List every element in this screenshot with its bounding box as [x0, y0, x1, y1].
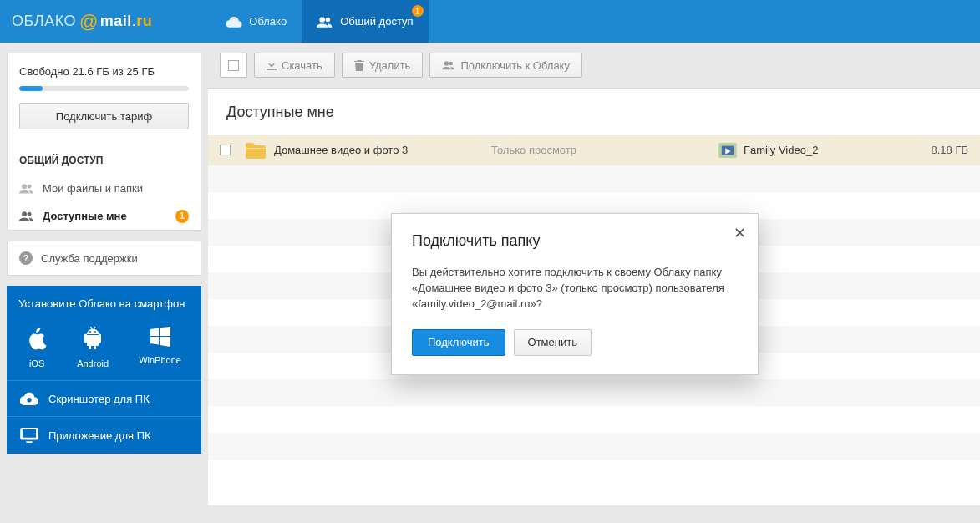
- storage-text: Свободно 21.6 ГБ из 25 ГБ: [19, 65, 189, 78]
- modal-connect-button[interactable]: Подключить: [412, 329, 505, 356]
- modal-title: Подключить папку: [412, 232, 738, 250]
- svg-point-9: [449, 62, 453, 65]
- trash-icon: [354, 60, 364, 71]
- modal-header: Подключить папку ✕: [392, 214, 758, 250]
- row-size: 8.18 ГБ: [932, 144, 968, 156]
- nav-cloud-label: Облако: [249, 15, 287, 28]
- logo-ru: ru: [136, 13, 152, 30]
- logo-oblako: ОБЛАКО: [12, 13, 76, 30]
- at-icon: @: [79, 11, 99, 33]
- modal-body: Вы действительно хотите подключить к сво…: [392, 250, 758, 329]
- modal-footer: Подключить Отменить: [392, 329, 758, 374]
- toolbar-delete-label: Удалить: [369, 59, 411, 72]
- header: ОБЛАКО @ mail.ru Облако Общий доступ 1: [0, 0, 980, 43]
- storage-panel: Свободно 21.6 ГБ из 25 ГБ Подключить тар…: [8, 53, 201, 143]
- people-icon: [317, 16, 333, 28]
- sidebar-my-files-label: Мои файлы и папки: [43, 182, 143, 195]
- svg-point-5: [28, 212, 32, 216]
- people-icon: [19, 211, 34, 221]
- windows-icon: [150, 327, 170, 347]
- people-icon: [442, 60, 455, 70]
- svg-point-1: [326, 17, 331, 22]
- storage-fill: [19, 86, 43, 91]
- promo-title: Установите Облако на смартфон: [7, 286, 201, 322]
- question-icon: ?: [19, 251, 33, 265]
- nav-shared-label: Общий доступ: [340, 15, 413, 28]
- modal-close-button[interactable]: ✕: [734, 224, 746, 242]
- platform-android[interactable]: Android: [77, 327, 109, 368]
- connect-folder-modal: Подключить папку ✕ Вы действительно хоти…: [391, 213, 759, 375]
- promo-screenshoter[interactable]: Скриншотер для ПК: [7, 380, 201, 416]
- svg-point-8: [444, 61, 449, 65]
- svg-text:?: ?: [23, 253, 29, 263]
- row-checkbox[interactable]: [220, 145, 231, 155]
- toolbar-connect-label: Подключить к Облаку: [460, 59, 570, 72]
- toolbar-connect-button[interactable]: Подключить к Облаку: [429, 53, 582, 78]
- row-folder-name2: Family Video_2: [744, 144, 932, 156]
- toolbar-delete-button[interactable]: Удалить: [342, 53, 424, 78]
- storage-bar: [19, 86, 189, 91]
- svg-point-2: [22, 184, 27, 189]
- svg-point-4: [22, 211, 27, 216]
- sidebar-available-badge: 1: [175, 210, 189, 223]
- platform-ios[interactable]: iOS: [27, 327, 47, 368]
- people-icon: [19, 183, 34, 194]
- platform-android-label: Android: [77, 358, 109, 368]
- video-folder-icon: [718, 143, 737, 158]
- top-nav: Облако Общий доступ 1: [211, 0, 428, 43]
- promo-desktop-app[interactable]: Приложение для ПК: [7, 416, 201, 454]
- cloud-camera-icon: [20, 392, 38, 405]
- platform-winphone-label: WinPhone: [139, 355, 181, 365]
- checkbox-icon: [228, 60, 239, 71]
- nav-cloud[interactable]: Облако: [211, 0, 302, 43]
- download-icon: [267, 60, 277, 70]
- sidebar-item-support[interactable]: ? Служба поддержки: [8, 241, 201, 275]
- platform-winphone[interactable]: WinPhone: [139, 327, 181, 368]
- svg-point-0: [320, 17, 326, 23]
- nav-shared[interactable]: Общий доступ 1: [302, 0, 428, 43]
- logo-mail: mail: [100, 13, 132, 30]
- row-folder-name: Домашнее видео и фото 3: [274, 144, 491, 156]
- monitor-icon: [20, 428, 38, 443]
- row-permission: Только просмотр: [491, 144, 658, 156]
- svg-point-3: [28, 185, 32, 189]
- promo-platforms: iOS Android WinPhone: [7, 322, 201, 380]
- sidebar-available-label: Доступные мне: [43, 210, 127, 222]
- toolbar-download-button[interactable]: Скачать: [254, 53, 335, 78]
- content-title: Доступные мне: [208, 89, 980, 135]
- cloud-icon: [226, 16, 242, 28]
- promo-desktop-label: Приложение для ПК: [48, 429, 151, 442]
- promo-panel: Установите Облако на смартфон iOS Androi…: [7, 286, 201, 454]
- sidebar: Свободно 21.6 ГБ из 25 ГБ Подключить тар…: [0, 43, 208, 505]
- sidebar-item-my-files[interactable]: Мои файлы и папки: [8, 175, 201, 202]
- nav-shared-badge: 1: [412, 5, 424, 17]
- sidebar-support-label: Служба поддержки: [41, 252, 138, 265]
- toolbar: Скачать Удалить Подключить к Облаку: [208, 43, 980, 88]
- table-row[interactable]: Домашнее видео и фото 3 Только просмотр …: [208, 135, 980, 165]
- toolbar-download-label: Скачать: [282, 59, 322, 72]
- sidebar-item-available[interactable]: Доступные мне 1: [8, 202, 201, 230]
- platform-ios-label: iOS: [29, 358, 44, 368]
- sidebar-section-title: ОБЩИЙ ДОСТУП: [8, 143, 201, 175]
- toolbar-select-all[interactable]: [220, 53, 247, 78]
- promo-screenshoter-label: Скриншотер для ПК: [48, 393, 150, 405]
- logo[interactable]: ОБЛАКО @ mail.ru: [12, 11, 152, 33]
- folder-icon: [246, 142, 266, 159]
- modal-cancel-button[interactable]: Отменить: [514, 329, 592, 356]
- android-icon: [83, 327, 103, 350]
- apple-icon: [27, 327, 47, 350]
- tariff-button[interactable]: Подключить тариф: [19, 103, 189, 129]
